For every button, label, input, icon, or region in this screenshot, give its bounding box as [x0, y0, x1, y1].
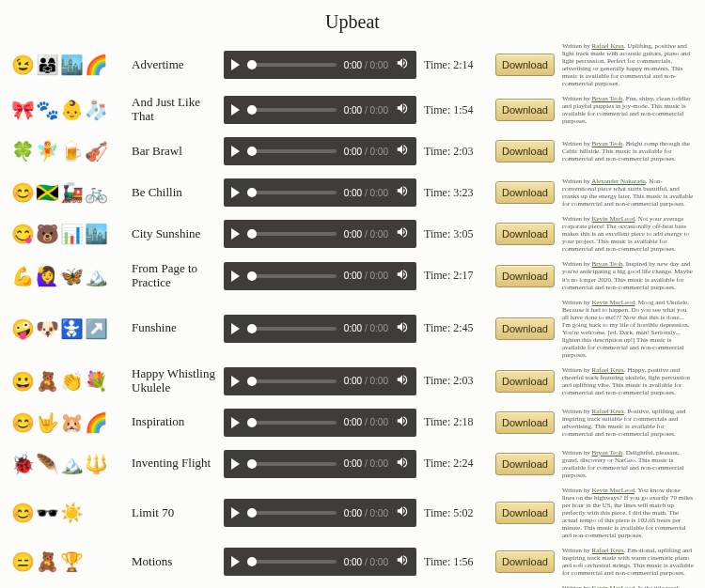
play-icon[interactable]: [231, 417, 240, 428]
volume-icon[interactable]: [396, 184, 409, 201]
track-row: 😊🤟🐹🌈Inspiration0:00 / 0:00Time: 2:18Down…: [11, 404, 694, 441]
volume-icon[interactable]: [396, 268, 409, 285]
download-button[interactable]: Download: [495, 317, 555, 340]
play-icon[interactable]: [231, 228, 240, 240]
volume-icon[interactable]: [396, 320, 409, 337]
track-emojis: 🐞🪶🏔️🔱: [11, 455, 124, 473]
download-button[interactable]: Download: [495, 140, 555, 162]
author-link[interactable]: Bryan Teoh: [592, 140, 623, 147]
audio-player[interactable]: 0:00 / 0:00: [224, 51, 416, 79]
download-button[interactable]: Download: [495, 99, 555, 121]
scrubber[interactable]: [247, 149, 337, 153]
play-icon[interactable]: [231, 187, 240, 198]
track-title: Happy Whistling Ukulele: [132, 367, 216, 395]
author-link[interactable]: Alexander Nakarada: [591, 178, 646, 185]
volume-icon[interactable]: [396, 373, 409, 390]
track-description: Written by Kevin MacLeod. Is the title w…: [562, 584, 694, 588]
audio-player[interactable]: 0:00 / 0:00: [224, 96, 416, 124]
author-link[interactable]: Bryan Teoh: [592, 449, 623, 456]
play-icon[interactable]: [231, 59, 240, 70]
audio-player[interactable]: 0:00 / 0:00: [224, 137, 416, 165]
author-link[interactable]: Bryan Teoh: [592, 260, 623, 268]
track-emojis: 😊🤟🐹🌈: [11, 413, 124, 432]
scrubber[interactable]: [247, 327, 337, 331]
audio-player[interactable]: 0:00 / 0:00: [224, 499, 416, 527]
download-button[interactable]: Download: [495, 370, 555, 393]
volume-icon[interactable]: [396, 553, 409, 570]
author-link[interactable]: Kevin MacLeod: [592, 299, 635, 306]
scrubber[interactable]: [247, 379, 337, 383]
player-time: 0:00 / 0:00: [344, 417, 388, 427]
track-emojis: 😊🕶️☀️: [11, 503, 124, 522]
volume-icon[interactable]: [396, 56, 409, 73]
track-title: Bar Brawl: [132, 145, 216, 159]
scrubber[interactable]: [247, 63, 337, 67]
player-time: 0:00 / 0:00: [344, 188, 388, 198]
volume-icon[interactable]: [396, 414, 409, 431]
download-button[interactable]: Download: [495, 502, 555, 524]
scrubber[interactable]: [247, 108, 337, 112]
scrubber[interactable]: [247, 274, 337, 278]
track-title: Limit 70: [132, 506, 216, 520]
track-description: Written by Bryan Teoh. Inspired by new d…: [562, 260, 694, 290]
play-icon[interactable]: [231, 104, 240, 116]
download-button[interactable]: Download: [495, 265, 555, 287]
play-icon[interactable]: [231, 556, 240, 567]
scrubber[interactable]: [247, 232, 337, 236]
audio-player[interactable]: 0:00 / 0:00: [224, 315, 416, 343]
download-button[interactable]: Download: [495, 181, 555, 204]
play-icon[interactable]: [231, 458, 240, 470]
scrubber[interactable]: [247, 191, 337, 194]
volume-icon[interactable]: [396, 456, 409, 472]
audio-player[interactable]: 0:00 / 0:00: [224, 367, 416, 395]
download-button[interactable]: Download: [495, 453, 555, 475]
play-icon[interactable]: [231, 146, 240, 157]
track-row: 😊🕶️☀️Limit 700:00 / 0:00Time: 5:02Downlo…: [11, 487, 694, 539]
author-link[interactable]: Rafael Krux: [592, 42, 624, 50]
download-button[interactable]: Download: [495, 54, 555, 76]
player-time: 0:00 / 0:00: [344, 271, 388, 281]
track-description: Written by Bryan Teoh. Fun, shiny, clean…: [562, 95, 694, 125]
track-duration: Time: 1:54: [424, 103, 488, 117]
track-description: Written by Rafael Krux. Uplifting, posit…: [562, 42, 694, 87]
author-link[interactable]: Rafael Krux: [592, 547, 624, 554]
scrubber[interactable]: [247, 511, 337, 515]
download-button[interactable]: Download: [495, 223, 555, 245]
author-link[interactable]: Rafael Krux: [592, 408, 624, 415]
scrubber[interactable]: [247, 560, 337, 564]
play-icon[interactable]: [231, 323, 240, 334]
track-emojis: 😋🐻📊🏙️: [11, 224, 124, 243]
play-icon[interactable]: [231, 507, 240, 518]
track-emojis: 💪🙋‍♀️🦋🏔️: [11, 267, 124, 286]
download-button[interactable]: Download: [495, 550, 555, 573]
track-emojis: 😉👨‍👩‍👧🏙️🌈: [11, 55, 124, 74]
player-time: 0:00 / 0:00: [344, 105, 388, 116]
volume-icon[interactable]: [396, 225, 409, 242]
play-icon[interactable]: [231, 376, 240, 387]
audio-player[interactable]: 0:00 / 0:00: [224, 409, 416, 437]
audio-player[interactable]: 0:00 / 0:00: [224, 262, 416, 290]
audio-player[interactable]: 0:00 / 0:00: [224, 220, 416, 248]
volume-icon[interactable]: [396, 143, 409, 160]
volume-icon[interactable]: [396, 504, 409, 521]
author-link[interactable]: Bryan Teoh: [592, 95, 623, 102]
author-link[interactable]: Kevin MacLeod: [592, 215, 635, 223]
track-row: 💪🙋‍♀️🦋🏔️From Page to Practice0:00 / 0:00…: [11, 257, 694, 295]
track-emojis: 😑🧸🏆: [11, 552, 124, 571]
author-link[interactable]: Kevin MacLeod: [592, 584, 635, 588]
download-button[interactable]: Download: [495, 411, 555, 434]
track-emojis: 😀🧸👏💐: [11, 372, 124, 391]
volume-icon[interactable]: [396, 101, 409, 118]
player-time: 0:00 / 0:00: [344, 508, 388, 518]
audio-player[interactable]: 0:00 / 0:00: [224, 548, 416, 576]
track-description: Written by Rafael Krux. Happy, positive …: [562, 366, 694, 396]
scrubber[interactable]: [247, 421, 337, 425]
audio-player[interactable]: 0:00 / 0:00: [224, 450, 416, 478]
scrubber[interactable]: [247, 462, 337, 466]
track-description: Written by Bryan Teoh. Delightful, pleas…: [562, 449, 694, 479]
play-icon[interactable]: [231, 271, 240, 282]
author-link[interactable]: Kevin MacLeod: [592, 487, 635, 494]
track-description: Written by Alexander Nakarada. Non-conve…: [562, 178, 694, 208]
audio-player[interactable]: 0:00 / 0:00: [224, 178, 416, 207]
author-link[interactable]: Rafael Krux: [592, 366, 624, 374]
